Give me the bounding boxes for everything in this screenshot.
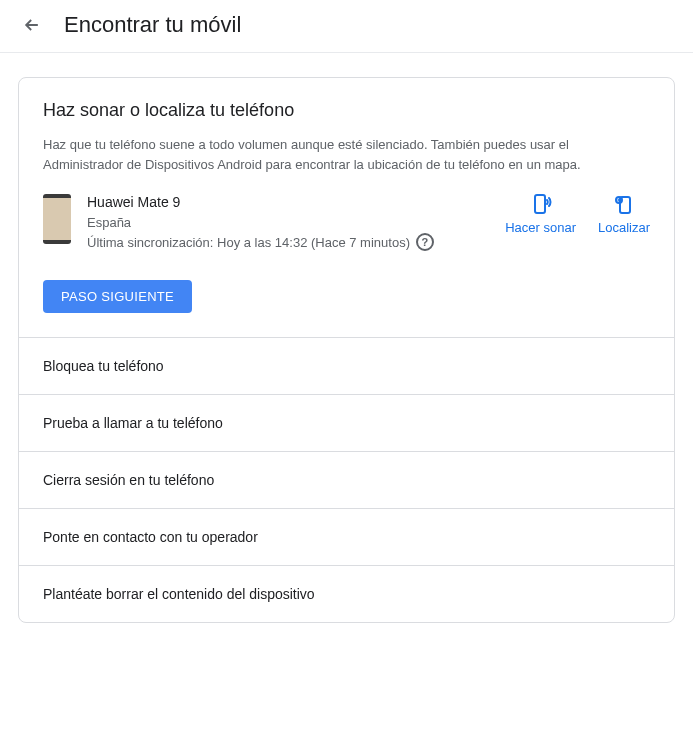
ring-locate-section: Haz sonar o localiza tu teléfono Haz que… [19,78,674,337]
page-header: Encontrar tu móvil [0,0,693,53]
device-image [43,194,71,244]
content-wrapper: Haz sonar o localiza tu teléfono Haz que… [0,53,693,647]
back-button[interactable] [20,13,44,37]
locate-icon [612,192,636,216]
main-card: Haz sonar o localiza tu teléfono Haz que… [18,77,675,623]
arrow-left-icon [22,15,42,35]
device-row: Huawei Mate 9 España Última sincronizaci… [43,192,650,252]
device-sync-text: Última sincronización: Hoy a las 14:32 (… [87,233,410,253]
section-description: Haz que tu teléfono suene a todo volumen… [43,135,650,174]
call-phone-item[interactable]: Prueba a llamar a tu teléfono [19,394,674,451]
page-title: Encontrar tu móvil [64,12,241,38]
next-step-button[interactable]: PASO SIGUIENTE [43,280,192,313]
svg-point-3 [618,200,619,201]
device-name: Huawei Mate 9 [87,192,489,213]
locate-label: Localizar [598,220,650,235]
ring-button[interactable]: Hacer sonar [505,192,576,235]
device-actions: Hacer sonar Localizar [505,192,650,235]
ring-label: Hacer sonar [505,220,576,235]
device-sync-row: Última sincronización: Hoy a las 14:32 (… [87,233,489,253]
lock-phone-item[interactable]: Bloquea tu teléfono [19,337,674,394]
device-info: Huawei Mate 9 España Última sincronizaci… [87,192,489,252]
contact-carrier-item[interactable]: Ponte en contacto con tu operador [19,508,674,565]
section-title: Haz sonar o localiza tu teléfono [43,100,650,121]
locate-button[interactable]: Localizar [598,192,650,235]
erase-device-item[interactable]: Plantéate borrar el contenido del dispos… [19,565,674,622]
svg-rect-0 [535,195,545,213]
help-icon[interactable]: ? [416,233,434,251]
phone-ring-icon [529,192,553,216]
device-location: España [87,213,489,233]
sign-out-item[interactable]: Cierra sesión en tu teléfono [19,451,674,508]
